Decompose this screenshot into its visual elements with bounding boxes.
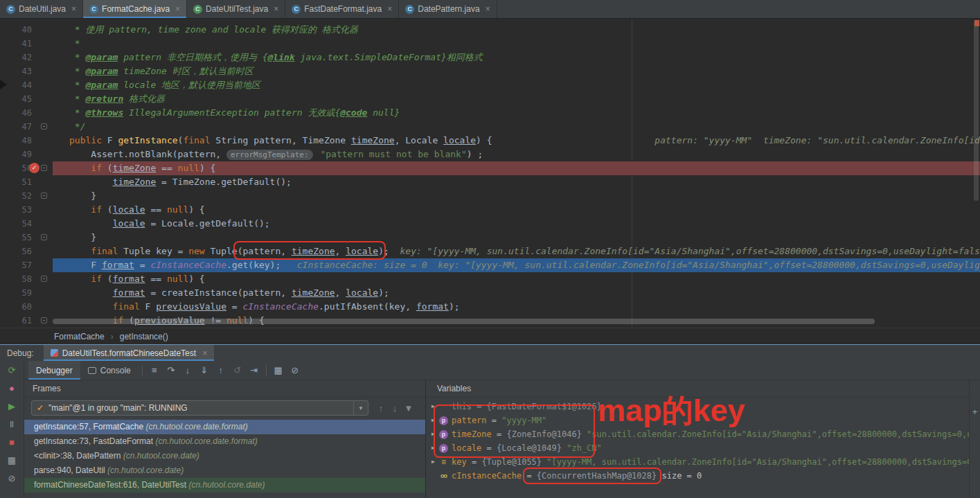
code-line-46[interactable]: 46 * @throws IllegalArgumentException pa…: [0, 106, 980, 120]
close-tab-icon[interactable]: ×: [485, 4, 490, 14]
drop-frame-icon[interactable]: ↺: [229, 365, 246, 375]
line-number[interactable]: 48: [0, 134, 32, 148]
close-tab-icon[interactable]: ×: [387, 4, 392, 14]
line-number[interactable]: 60: [0, 300, 32, 314]
add-watch-icon[interactable]: +: [972, 407, 978, 417]
line-number[interactable]: 47: [0, 120, 32, 134]
expand-arrow-icon[interactable]: ▶: [431, 400, 439, 413]
vertical-scrollbar[interactable]: [974, 21, 979, 201]
expand-arrow-icon[interactable]: ▶: [431, 427, 439, 441]
editor-tab-datepattern-java[interactable]: CDatePattern.java×: [399, 0, 497, 18]
line-number[interactable]: 43: [0, 64, 32, 78]
editor-tab-formatcache-java[interactable]: CFormatCache.java×: [83, 0, 187, 18]
chevron-down-icon[interactable]: ▼: [353, 401, 368, 415]
line-number[interactable]: 56: [0, 244, 32, 258]
view-breakpoints-strip-icon[interactable]: ▦: [8, 456, 16, 465]
code-line-57[interactable]: 57 F format = cInstanceCache.get(key); c…: [0, 258, 980, 272]
variable-row-pattern[interactable]: ▶ppattern = "yyyy-MM": [426, 413, 969, 427]
code-line-51[interactable]: 51 timeZone = TimeZone.getDefault();: [0, 175, 980, 189]
variable-row-timeZone[interactable]: ▶ptimeZone = {ZoneInfo@1046} "sun.util.c…: [426, 427, 969, 441]
editor-tab-fastdateformat-java[interactable]: CFastDateFormat.java×: [285, 0, 399, 18]
line-number[interactable]: 49: [0, 148, 32, 161]
horizontal-scrollbar[interactable]: [53, 319, 875, 324]
line-number[interactable]: 45: [0, 92, 32, 106]
code-line-52[interactable]: 52- }: [0, 189, 980, 203]
hamburger-menu-icon[interactable]: ≡: [146, 365, 163, 375]
line-number[interactable]: 58: [0, 272, 32, 286]
code-line-50[interactable]: 50-✓ if (timeZone == null) {: [0, 161, 980, 175]
step-into-icon[interactable]: ↓: [179, 365, 196, 375]
variable-row-key[interactable]: ▶≡key = {Tuple@1055} "[yyyy-MM, sun.util…: [426, 455, 969, 469]
rerun-icon[interactable]: ⟳: [8, 366, 16, 375]
editor-tab-dateutiltest-java[interactable]: CDateUtilTest.java×: [187, 0, 285, 18]
frame-row[interactable]: getInstance:73, FastDateFormat (cn.hutoo…: [24, 434, 425, 449]
line-number[interactable]: 40: [0, 23, 32, 37]
line-number[interactable]: 50: [0, 161, 32, 175]
code-line-40[interactable]: 40 * 使用 pattern, time zone and locale 获得…: [0, 23, 980, 37]
line-number[interactable]: 59: [0, 286, 32, 300]
code-line-53[interactable]: 53 if (locale == null) {: [0, 203, 980, 217]
code-editor[interactable]: 40 * 使用 pattern, time zone and locale 获得…: [0, 19, 980, 328]
debug-session-tab[interactable]: DateUtilTest.formatChineseDateTest ×: [44, 345, 214, 361]
pause-icon[interactable]: Ⅱ: [10, 420, 14, 429]
line-number[interactable]: 54: [0, 217, 32, 231]
code-line-58[interactable]: 58- if (format == null) {: [0, 272, 980, 286]
line-number[interactable]: 42: [0, 51, 32, 64]
variable-row-locale[interactable]: ▶plocale = {Locale@1049} "zh_CN": [426, 441, 969, 455]
mute-breakpoints-strip-icon[interactable]: ⊘: [8, 474, 16, 483]
tab-debugger[interactable]: Debugger: [28, 361, 80, 380]
code-line-48[interactable]: 48public F getInstance(final String patt…: [0, 134, 980, 148]
step-over-icon[interactable]: ↷: [163, 365, 179, 375]
expand-arrow-icon[interactable]: ▶: [431, 441, 439, 455]
expand-arrow-icon[interactable]: ▶: [431, 455, 439, 469]
line-number[interactable]: 46: [0, 106, 32, 120]
frame-row[interactable]: getInstance:57, FormatCache (cn.hutool.c…: [24, 420, 425, 434]
fold-icon[interactable]: -: [41, 317, 47, 323]
fold-icon[interactable]: -: [41, 276, 47, 282]
code-line-60[interactable]: 60 final F previousValue = cInstanceCach…: [0, 300, 980, 314]
line-number[interactable]: 41: [0, 37, 32, 51]
close-session-icon[interactable]: ×: [202, 348, 207, 358]
stop-icon[interactable]: ■: [9, 438, 15, 447]
line-number[interactable]: 55: [0, 231, 32, 244]
step-out-icon[interactable]: ↑: [213, 365, 229, 375]
run-to-cursor-icon[interactable]: ⇥: [246, 365, 262, 375]
close-tab-icon[interactable]: ×: [274, 4, 278, 14]
code-line-42[interactable]: 42 * @param pattern 非空日期格式，使用与 {@link ja…: [0, 51, 980, 64]
code-line-54[interactable]: 54 locale = Locale.getDefault();: [0, 217, 980, 231]
breakpoint-icon[interactable]: ✓: [29, 163, 39, 173]
fold-icon[interactable]: -: [41, 165, 47, 171]
code-line-49[interactable]: 49 Assert.notBlank(pattern, errorMsgTemp…: [0, 148, 980, 161]
line-number[interactable]: 53: [0, 203, 32, 217]
thread-selector[interactable]: ✓ "main"@1 in group "main": RUNNING ▼: [31, 400, 368, 416]
line-number[interactable]: 51: [0, 175, 32, 189]
close-tab-icon[interactable]: ×: [71, 4, 76, 14]
tab-console[interactable]: Console: [80, 361, 139, 380]
line-number[interactable]: 57: [0, 258, 32, 272]
line-number[interactable]: 52: [0, 189, 32, 203]
frame-row[interactable]: <clinit>:38, DatePattern (cn.hutool.core…: [24, 449, 425, 463]
next-frame-icon[interactable]: ↓: [388, 403, 402, 413]
line-number[interactable]: 61: [0, 314, 32, 328]
code-line-56[interactable]: 56 final Tuple key = new Tuple(pattern, …: [0, 244, 980, 258]
code-line-45[interactable]: 45 * @return 格式化器: [0, 92, 980, 106]
rerun-failed-icon[interactable]: ●: [9, 384, 15, 393]
code-line-47[interactable]: 47- */: [0, 120, 980, 134]
frame-row[interactable]: parse:940, DateUtil (cn.hutool.core.date…: [24, 463, 425, 478]
close-tab-icon[interactable]: ×: [175, 4, 180, 14]
variable-row-cInstanceCache[interactable]: ▶oocInstanceCache = {ConcurrentHashMap@1…: [426, 469, 969, 483]
code-line-59[interactable]: 59 format = createInstance(pattern, time…: [0, 286, 980, 300]
code-line-55[interactable]: 55- }: [0, 231, 980, 244]
fold-icon[interactable]: -: [41, 193, 47, 199]
fold-icon[interactable]: -: [41, 234, 47, 240]
breadcrumb-method[interactable]: getInstance(): [120, 332, 168, 341]
fold-icon[interactable]: -: [41, 123, 47, 130]
variable-row-this[interactable]: ▶this = {FastDateFormat$1@1026}: [426, 400, 969, 413]
mute-breakpoints-icon[interactable]: ⊘: [287, 365, 303, 375]
hide-library-frames-icon[interactable]: ▼: [402, 403, 416, 413]
resume-icon[interactable]: ▶: [8, 402, 15, 411]
code-line-41[interactable]: 41 *: [0, 37, 980, 51]
editor-tab-dateutil-java[interactable]: CDateUtil.java×: [0, 0, 83, 18]
view-breakpoints-icon[interactable]: ▦: [270, 365, 287, 375]
frame-row[interactable]: formatChineseDateTest:616, DateUtilTest …: [24, 478, 425, 492]
